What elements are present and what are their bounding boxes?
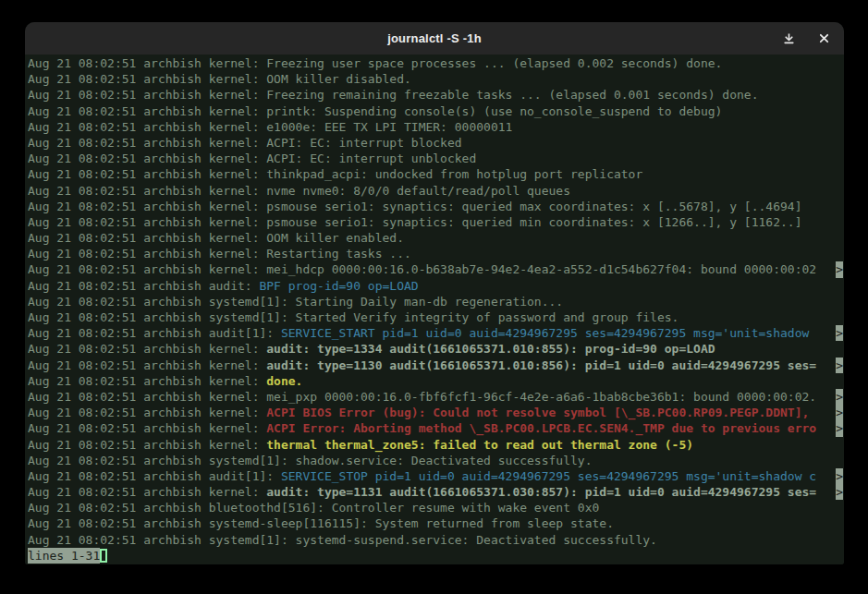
log-segment: Aug 21 08:02:51 archbish kernel: bbox=[28, 374, 266, 388]
line-truncated-marker: > bbox=[836, 405, 843, 420]
log-segment: Aug 21 08:02:51 archbish systemd[1]: sys… bbox=[28, 533, 657, 547]
log-line: Aug 21 08:02:51 archbish kernel: mei_hdc… bbox=[28, 261, 844, 277]
line-truncated-marker: > bbox=[836, 389, 843, 405]
line-truncated-marker: > bbox=[836, 358, 843, 373]
log-segment: Aug 21 08:02:51 archbish systemd[1]: sha… bbox=[28, 454, 592, 467]
log-segment: Aug 21 08:02:51 archbish kernel: thinkpa… bbox=[28, 167, 642, 181]
log-segment: Aug 21 08:02:51 archbish kernel: psmouse… bbox=[28, 200, 801, 213]
log-segment: ACPI BIOS Error (bug): Could not resolve… bbox=[266, 406, 816, 419]
log-line: Aug 21 08:02:51 archbish kernel: Restart… bbox=[28, 246, 844, 261]
pager-status: lines 1-31 bbox=[28, 548, 100, 564]
log-line: Aug 21 08:02:51 archbish bluetoothd[516]… bbox=[28, 500, 844, 515]
log-line: Aug 21 08:02:51 archbish kernel: thermal… bbox=[28, 437, 844, 453]
log-line: Aug 21 08:02:51 archbish kernel: OOM kil… bbox=[28, 71, 844, 87]
terminal-window: journalctl -S -1h bbox=[25, 22, 844, 564]
line-truncated-marker: > bbox=[836, 325, 843, 341]
log-segment: Aug 21 08:02:51 archbish kernel: ACPI: E… bbox=[28, 152, 476, 165]
log-line: Aug 21 08:02:51 archbish kernel: nvme nv… bbox=[28, 183, 844, 199]
log-segment: BPF prog-id=90 op=LOAD bbox=[259, 279, 418, 293]
log-lines: Aug 21 08:02:51 archbish kernel: Freezin… bbox=[28, 55, 844, 548]
log-segment: Aug 21 08:02:51 archbish kernel: nvme nv… bbox=[28, 184, 570, 198]
log-segment: audit: type=1131 audit(1661065371.030:85… bbox=[266, 485, 816, 499]
log-segment: audit: type=1130 audit(1661065371.010:85… bbox=[266, 358, 816, 372]
log-segment: Aug 21 08:02:51 archbish kernel: mei_pxp… bbox=[28, 390, 816, 404]
log-line: Aug 21 08:02:51 archbish kernel: Freezin… bbox=[28, 55, 844, 71]
line-truncated-marker: > bbox=[836, 261, 843, 277]
desktop-background: journalctl -S -1h bbox=[0, 0, 868, 594]
log-line: Aug 21 08:02:51 archbish kernel: ACPI Er… bbox=[28, 420, 844, 436]
log-segment: SERVICE_START pid=1 uid=0 auid=429496729… bbox=[281, 326, 816, 340]
log-segment: Aug 21 08:02:51 archbish systemd[1]: Sta… bbox=[28, 310, 679, 324]
download-button[interactable] bbox=[777, 28, 800, 50]
download-icon bbox=[783, 32, 795, 44]
log-segment: audit: type=1334 audit(1661065371.010:85… bbox=[266, 342, 715, 356]
close-button[interactable] bbox=[813, 28, 835, 50]
log-segment: Aug 21 08:02:51 archbish kernel: OOM kil… bbox=[28, 72, 411, 86]
log-segment: Aug 21 08:02:51 archbish kernel: Freezin… bbox=[28, 88, 759, 102]
window-title: journalctl -S -1h bbox=[387, 31, 482, 45]
log-line: Aug 21 08:02:51 archbish kernel: OOM kil… bbox=[28, 230, 844, 246]
titlebar[interactable]: journalctl -S -1h bbox=[25, 22, 844, 55]
log-line: Aug 21 08:02:51 archbish kernel: audit: … bbox=[28, 484, 844, 500]
log-segment: Aug 21 08:02:51 archbish systemd-sleep[1… bbox=[28, 516, 614, 530]
log-line: Aug 21 08:02:51 archbish kernel: ACPI BI… bbox=[28, 405, 844, 420]
terminal-cursor bbox=[100, 549, 107, 563]
log-line: Aug 21 08:02:51 archbish kernel: printk:… bbox=[28, 103, 844, 119]
log-segment: Aug 21 08:02:51 archbish kernel: bbox=[28, 421, 266, 435]
log-segment: Aug 21 08:02:51 archbish kernel: bbox=[28, 358, 266, 372]
log-line: Aug 21 08:02:51 archbish kernel: ACPI: E… bbox=[28, 135, 844, 151]
log-segment: Aug 21 08:02:51 archbish kernel: printk:… bbox=[28, 104, 722, 118]
log-segment: Aug 21 08:02:51 archbish bluetoothd[516]… bbox=[28, 501, 599, 515]
pager-status-row: lines 1-31 bbox=[28, 548, 844, 564]
line-truncated-marker: > bbox=[836, 484, 843, 500]
log-line: Aug 21 08:02:51 archbish systemd[1]: sys… bbox=[28, 532, 844, 548]
log-line: Aug 21 08:02:51 archbish audit[1]: SERVI… bbox=[28, 468, 844, 484]
log-line: Aug 21 08:02:51 archbish audit[1]: SERVI… bbox=[28, 325, 844, 341]
log-line: Aug 21 08:02:51 archbish kernel: audit: … bbox=[28, 358, 844, 373]
log-segment: thermal thermal_zone5: failed to read ou… bbox=[266, 438, 693, 452]
log-segment: Aug 21 08:02:51 archbish kernel: bbox=[28, 485, 266, 499]
log-segment: done. bbox=[266, 374, 302, 388]
log-line: Aug 21 08:02:51 archbish audit: BPF prog… bbox=[28, 278, 844, 294]
log-line: Aug 21 08:02:51 archbish systemd-sleep[1… bbox=[28, 515, 844, 531]
log-line: Aug 21 08:02:51 archbish kernel: ACPI: E… bbox=[28, 151, 844, 166]
log-line: Aug 21 08:02:51 archbish systemd[1]: Sta… bbox=[28, 309, 844, 325]
log-line: Aug 21 08:02:51 archbish kernel: Freezin… bbox=[28, 87, 844, 103]
log-segment: Aug 21 08:02:51 archbish kernel: psmouse… bbox=[28, 215, 801, 229]
log-segment: Aug 21 08:02:51 archbish kernel: bbox=[28, 406, 266, 419]
log-line: Aug 21 08:02:51 archbish kernel: psmouse… bbox=[28, 199, 844, 214]
line-truncated-marker: > bbox=[836, 420, 843, 436]
log-segment: Aug 21 08:02:51 archbish audit: bbox=[28, 279, 259, 293]
log-line: Aug 21 08:02:51 archbish kernel: done. bbox=[28, 373, 844, 389]
log-segment: Aug 21 08:02:51 archbish audit[1]: bbox=[28, 469, 281, 483]
log-segment: Aug 21 08:02:51 archbish kernel: OOM kil… bbox=[28, 231, 404, 245]
close-icon bbox=[819, 33, 829, 43]
log-segment: Aug 21 08:02:51 archbish kernel: ACPI: E… bbox=[28, 136, 462, 150]
log-line: Aug 21 08:02:51 archbish systemd[1]: Sta… bbox=[28, 294, 844, 309]
log-line: Aug 21 08:02:51 archbish kernel: thinkpa… bbox=[28, 166, 844, 182]
log-line: Aug 21 08:02:51 archbish kernel: audit: … bbox=[28, 341, 844, 357]
terminal-output[interactable]: Aug 21 08:02:51 archbish kernel: Freezin… bbox=[25, 55, 844, 564]
log-line: Aug 21 08:02:51 archbish systemd[1]: sha… bbox=[28, 453, 844, 468]
log-segment: Aug 21 08:02:51 archbish kernel: e1000e:… bbox=[28, 120, 512, 134]
log-line: Aug 21 08:02:51 archbish kernel: mei_pxp… bbox=[28, 389, 844, 405]
log-segment: ACPI Error: Aborting method \_SB.PC00.LP… bbox=[266, 421, 816, 435]
log-segment: Aug 21 08:02:51 archbish audit[1]: bbox=[28, 326, 281, 340]
log-segment: Aug 21 08:02:51 archbish systemd[1]: Sta… bbox=[28, 295, 563, 309]
log-segment: Aug 21 08:02:51 archbish kernel: Restart… bbox=[28, 247, 411, 261]
log-segment: Aug 21 08:02:51 archbish kernel: Freezin… bbox=[28, 56, 722, 70]
log-line: Aug 21 08:02:51 archbish kernel: psmouse… bbox=[28, 214, 844, 230]
log-segment: Aug 21 08:02:51 archbish kernel: bbox=[28, 438, 266, 452]
titlebar-actions bbox=[777, 22, 835, 55]
line-truncated-marker: > bbox=[836, 468, 843, 484]
log-segment: Aug 21 08:02:51 archbish kernel: mei_hdc… bbox=[28, 262, 816, 276]
log-segment: SERVICE_STOP pid=1 uid=0 auid=4294967295… bbox=[281, 469, 816, 483]
log-segment: Aug 21 08:02:51 archbish kernel: bbox=[28, 342, 266, 356]
log-line: Aug 21 08:02:51 archbish kernel: e1000e:… bbox=[28, 119, 844, 135]
